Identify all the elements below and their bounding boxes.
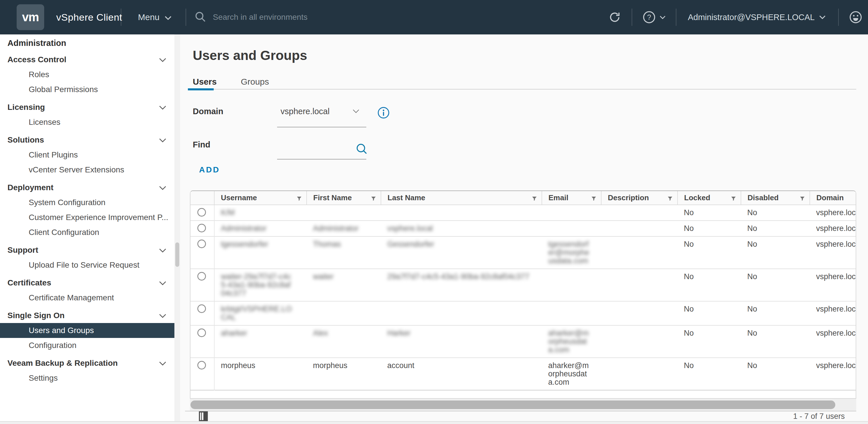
table-row: morpheus morpheus account aharker@morphe… (190, 358, 856, 390)
sidebar-section-support[interactable]: Support (0, 243, 175, 258)
chevron-down-icon (159, 183, 166, 192)
horizontal-scrollbar[interactable] (190, 398, 856, 411)
sidebar-item-ceip[interactable]: Customer Experience Improvement P... (0, 210, 175, 225)
table-row: krbtgt/VSPHERE.LOCAL No No vsphere.loc (190, 301, 856, 325)
row-radio[interactable] (197, 224, 206, 232)
grid-footer: 1 - 7 of 7 users (185, 411, 856, 421)
sidebar-scrollbar[interactable] (175, 34, 180, 421)
table-row: K/M No No vsphere.loc (190, 205, 856, 221)
header-actions: ? Administrator@VSPHERE.LOCAL (608, 0, 868, 34)
chevron-down-icon (165, 12, 172, 22)
account-menu[interactable]: Administrator@VSPHERE.LOCAL (688, 12, 826, 22)
row-radio[interactable] (197, 240, 206, 248)
find-label: Find (193, 140, 210, 149)
app-header: vm vSphere Client Menu ? (0, 0, 868, 34)
table-row: aharker Alex Harker aharker@morpheusdata… (190, 325, 856, 358)
column-header-description[interactable]: Description (601, 191, 678, 205)
sidebar-item-users-and-groups[interactable]: Users and Groups (0, 323, 175, 338)
sidebar-item-client-configuration[interactable]: Client Configuration (0, 225, 175, 240)
vmware-logo: vm (17, 4, 44, 30)
tab-bar: Users Groups (193, 77, 269, 87)
admin-sidebar: Administration Access Control Roles Glob… (0, 34, 175, 421)
header-divider (676, 9, 676, 26)
header-divider (838, 9, 839, 26)
table-header-row: Username First Name Last Name Email Desc… (190, 191, 856, 205)
column-header-locked[interactable]: Locked (678, 191, 741, 205)
page-title: Users and Groups (193, 48, 307, 63)
find-search-icon[interactable] (355, 142, 368, 157)
pagination-status: 1 - 7 of 7 users (793, 412, 845, 421)
column-header-domain[interactable]: Domain (810, 191, 856, 205)
header-divider (632, 9, 632, 26)
row-radio[interactable] (197, 272, 206, 280)
sidebar-item-certificate-management[interactable]: Certificate Management (0, 290, 175, 305)
find-input[interactable] (277, 139, 352, 148)
filter-icon[interactable] (296, 195, 302, 204)
column-picker-icon[interactable] (199, 411, 208, 421)
sidebar-section-access-control[interactable]: Access Control (0, 52, 175, 67)
header-divider (121, 9, 121, 26)
menu-label: Menu (138, 12, 159, 22)
sidebar-item-roles[interactable]: Roles (0, 67, 175, 82)
sidebar-section-veeam[interactable]: Veeam Backup & Replication (0, 356, 175, 371)
refresh-icon[interactable] (608, 10, 621, 24)
table-row: Administrator Administrator vsphere.loca… (190, 221, 856, 236)
tab-divider (188, 89, 856, 90)
chevron-down-icon (159, 311, 166, 320)
row-radio[interactable] (197, 361, 206, 369)
account-name: Administrator@VSPHERE.LOCAL (688, 12, 815, 22)
chevron-down-icon (819, 15, 826, 19)
table-row: tgessendorfer Thomas Gessendorfer tgesse… (190, 236, 856, 269)
table-row: waiter-29a7f7d7-c4c5-43a1-90ba-92c8af04c… (190, 269, 856, 301)
find-field (277, 139, 366, 148)
add-user-button[interactable]: ADD (199, 165, 220, 174)
sidebar-section-licensing[interactable]: Licensing (0, 100, 175, 115)
sidebar-item-licenses[interactable]: Licenses (0, 115, 175, 130)
sidebar-scrollbar-thumb[interactable] (175, 242, 179, 267)
column-header-email[interactable]: Email (542, 191, 601, 205)
filter-icon[interactable] (667, 195, 673, 204)
sidebar-item-settings[interactable]: Settings (0, 371, 175, 386)
sidebar-item-vcenter-server-extensions[interactable]: vCenter Server Extensions (0, 162, 175, 177)
sidebar-section-certificates[interactable]: Certificates (0, 275, 175, 290)
chevron-down-icon (159, 246, 166, 255)
filter-icon[interactable] (799, 195, 805, 204)
chevron-down-icon (660, 16, 665, 19)
main-content: Users and Groups Users Groups Domain vsp… (180, 34, 868, 421)
row-radio[interactable] (197, 208, 206, 217)
sidebar-section-deployment[interactable]: Deployment (0, 180, 175, 195)
window-bottom-strip (0, 421, 868, 424)
search-input[interactable] (213, 12, 373, 22)
info-icon[interactable] (377, 107, 390, 120)
filter-icon[interactable] (730, 195, 737, 204)
column-header-first-name[interactable]: First Name (307, 191, 381, 205)
help-menu[interactable]: ? (643, 10, 665, 24)
filter-icon[interactable] (591, 195, 597, 204)
find-underline (277, 159, 366, 159)
column-header-last-name[interactable]: Last Name (381, 191, 542, 205)
column-header-username[interactable]: Username (214, 191, 307, 205)
sidebar-item-global-permissions[interactable]: Global Permissions (0, 82, 175, 97)
row-radio[interactable] (197, 329, 206, 337)
sidebar-section-solutions[interactable]: Solutions (0, 132, 175, 147)
sidebar-item-client-plugins[interactable]: Client Plugins (0, 147, 175, 162)
column-header-disabled[interactable]: Disabled (741, 191, 810, 205)
tab-groups[interactable]: Groups (241, 77, 269, 87)
filter-icon[interactable] (531, 195, 537, 204)
feedback-smiley-icon[interactable] (849, 10, 862, 24)
menu-button[interactable]: Menu (138, 0, 172, 34)
tab-users[interactable]: Users (193, 77, 217, 87)
users-datagrid: Username First Name Last Name Email Desc… (190, 190, 856, 399)
horizontal-scrollbar-thumb[interactable] (190, 400, 835, 409)
chevron-down-icon (159, 359, 166, 368)
chevron-down-icon (159, 135, 166, 145)
domain-select[interactable]: vsphere.local (277, 107, 366, 116)
vsphere-client-app: vm vSphere Client Menu ? (0, 0, 868, 424)
sidebar-section-single-sign-on[interactable]: Single Sign On (0, 308, 175, 323)
filter-icon[interactable] (370, 195, 377, 204)
sidebar-item-configuration[interactable]: Configuration (0, 338, 175, 353)
row-radio[interactable] (197, 304, 206, 313)
sidebar-item-upload-file[interactable]: Upload File to Service Request (0, 258, 175, 273)
domain-underline (277, 127, 366, 127)
sidebar-item-system-configuration[interactable]: System Configuration (0, 195, 175, 210)
